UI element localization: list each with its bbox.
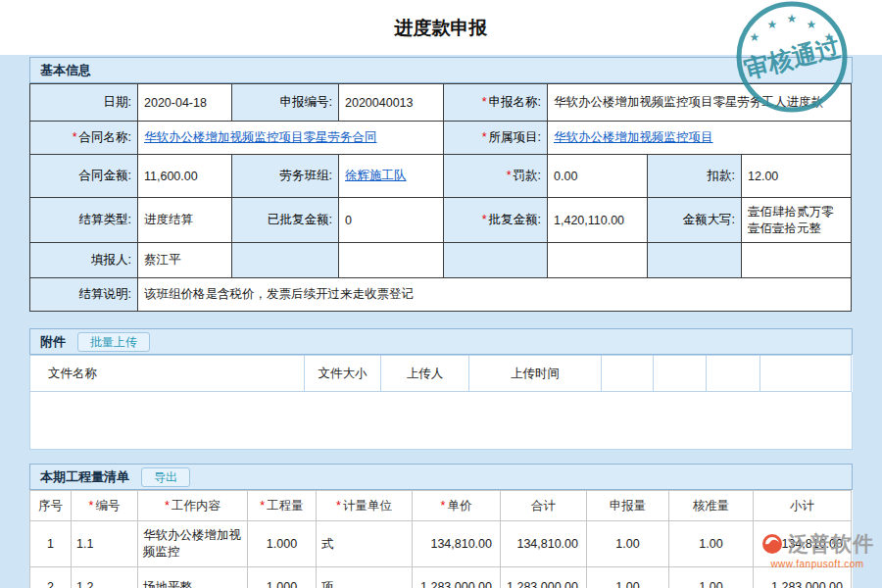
required-icon: * (260, 499, 265, 513)
qty-cell-unit-price: 134,810.00 (413, 521, 501, 567)
quantity-list-section-header: 本期工程量清单 导出 (29, 464, 853, 490)
labor-team-value: 徐辉施工队 (339, 155, 444, 198)
qty-header-index: 序号 (30, 491, 72, 521)
empty-value-cell (339, 243, 444, 278)
qty-cell-unit-price: 1,283,000.00 (413, 567, 501, 588)
labor-team-link[interactable]: 徐辉施工队 (345, 169, 407, 182)
attachments-panel: 附件 批量上传 文件名称 文件大小 上传人 上传时间 (29, 328, 853, 450)
settlement-type-label: 结算类型: (30, 198, 138, 243)
date-label: 日期: (30, 84, 138, 122)
attachments-section-header: 附件 批量上传 (29, 328, 853, 355)
attachment-header-empty (707, 356, 760, 392)
required-icon: * (73, 130, 77, 144)
qty-header-unit: *计量单位 (317, 491, 413, 521)
required-icon: * (507, 169, 512, 182)
required-icon: * (482, 95, 487, 109)
required-icon: * (89, 499, 94, 513)
contract-amount-label: 合同金额: (30, 155, 138, 198)
filler-value: 蔡江平 (138, 243, 232, 278)
attachment-header-file-size: 文件大小 (305, 356, 381, 392)
empty-value-cell (742, 243, 852, 278)
project-label: *所属项目: (444, 122, 548, 155)
filler-label: 填报人: (30, 243, 138, 278)
qty-cell-code: 1.1 (72, 521, 138, 567)
contract-amount-value: 11,600.00 (138, 155, 232, 198)
attachment-header-uploader: 上传人 (381, 356, 469, 392)
empty-label-cell (232, 243, 339, 278)
basic-info-title: 基本信息 (40, 57, 91, 83)
attachments-title: 附件 (40, 328, 66, 355)
qty-header-unit-price: *单价 (413, 491, 501, 521)
qty-header-work-content: *工作内容 (138, 491, 248, 521)
attachment-header-upload-time: 上传时间 (469, 356, 602, 392)
deduction-label: 扣款: (648, 155, 742, 198)
declare-no-label: 申报编号: (232, 84, 339, 122)
empty-value-cell (548, 243, 648, 278)
qty-cell-unit: 式 (317, 521, 413, 567)
deduction-value: 12.00 (742, 155, 852, 198)
qty-cell-subtotal: 1,283,000.00 (754, 567, 852, 588)
qty-cell-quantity: 1.000 (248, 567, 317, 588)
settlement-note-label: 结算说明: (30, 278, 138, 312)
qty-header-quantity: *工程量 (248, 491, 317, 521)
qty-cell-declared-qty: 1.00 (587, 567, 669, 588)
qty-cell-approved-qty: 1.00 (669, 567, 754, 588)
required-icon: * (441, 499, 446, 513)
required-icon: * (482, 213, 487, 226)
empty-label-cell (444, 243, 548, 278)
required-icon: * (165, 499, 170, 513)
qty-cell-code: 1.2 (72, 567, 138, 588)
approved-before-value: 0 (339, 198, 444, 243)
settlement-type-value: 进度结算 (138, 198, 232, 243)
qty-cell-total: 1,283,000.00 (501, 567, 587, 588)
penalty-label: *罚款: (444, 155, 548, 198)
qty-cell-index: 1 (30, 521, 72, 567)
project-link[interactable]: 华软办公楼增加视频监控项目 (554, 130, 713, 144)
attachment-header-empty (654, 356, 707, 392)
qty-header-declared-qty: 申报量 (587, 491, 669, 521)
declare-name-value: 华软办公楼增加视频监控项目零星劳务工人进度款 (548, 84, 852, 122)
amount-in-words-value: 壹佰肆拾贰万零壹佰壹拾元整 (742, 198, 852, 243)
attachments-table: 文件名称 文件大小 上传人 上传时间 (29, 355, 852, 392)
penalty-value: 0.00 (548, 155, 648, 198)
basic-info-section-header: 基本信息 (29, 57, 853, 83)
attachments-empty-area (29, 392, 853, 450)
quantity-list-title: 本期工程量清单 (40, 464, 129, 490)
qty-cell-declared-qty: 1.00 (587, 521, 669, 567)
page-title: 进度款申报 (395, 16, 488, 41)
approved-amount-label: *批复金额: (444, 198, 548, 243)
qty-header-total: 合计 (501, 491, 587, 521)
qty-cell-approved-qty: 1.00 (669, 521, 754, 567)
empty-label-cell (648, 243, 742, 278)
qty-cell-quantity: 1.000 (248, 521, 317, 567)
quantity-list-panel: 本期工程量清单 导出 序号 *编号 *工作内容 *工程量 *计量单位 *单价 合… (29, 464, 853, 588)
contract-name-link[interactable]: 华软办公楼增加视频监控项目零星劳务合同 (144, 130, 377, 144)
qty-cell-work-content: 场地平整 (138, 567, 248, 588)
labor-team-label: 劳务班组: (232, 155, 339, 198)
table-row: 2 1.2 场地平整 1.000 项 1,283,000.00 1,283,00… (30, 567, 852, 588)
basic-info-table: 日期: 2020-04-18 申报编号: 2020040013 *申报名称: 华… (29, 83, 852, 312)
qty-cell-unit: 项 (317, 567, 413, 588)
qty-cell-total: 134,810.00 (501, 521, 587, 567)
export-button[interactable]: 导出 (141, 467, 190, 487)
page-content: 基本信息 日期: 2020-04-18 申报编号: 2020040013 *申报… (0, 55, 882, 588)
qty-cell-subtotal: 134,810.00 (754, 521, 852, 567)
quantity-list-table: 序号 *编号 *工作内容 *工程量 *计量单位 *单价 合计 申报量 核准量 小… (29, 490, 852, 588)
amount-in-words-label: 金额大写: (648, 198, 742, 243)
title-bar: 进度款申报 (0, 0, 882, 55)
declare-name-label: *申报名称: (444, 84, 548, 122)
approved-before-label: 已批复金额: (232, 198, 339, 243)
batch-upload-button[interactable]: 批量上传 (77, 332, 150, 352)
qty-header-approved-qty: 核准量 (669, 491, 754, 521)
qty-header-subtotal: 小计 (754, 491, 852, 521)
date-value: 2020-04-18 (138, 84, 232, 122)
settlement-note-value: 该班组价格是含税价，发票后续开过来走收票登记 (138, 278, 852, 312)
contract-name-value: 华软办公楼增加视频监控项目零星劳务合同 (138, 122, 444, 155)
attachment-header-empty (602, 356, 654, 392)
qty-header-code: *编号 (72, 491, 138, 521)
required-icon: * (482, 130, 487, 144)
qty-cell-index: 2 (30, 567, 72, 588)
approved-amount-value: 1,420,110.00 (548, 198, 648, 243)
required-icon: * (336, 499, 341, 513)
attachment-header-empty (760, 356, 852, 392)
